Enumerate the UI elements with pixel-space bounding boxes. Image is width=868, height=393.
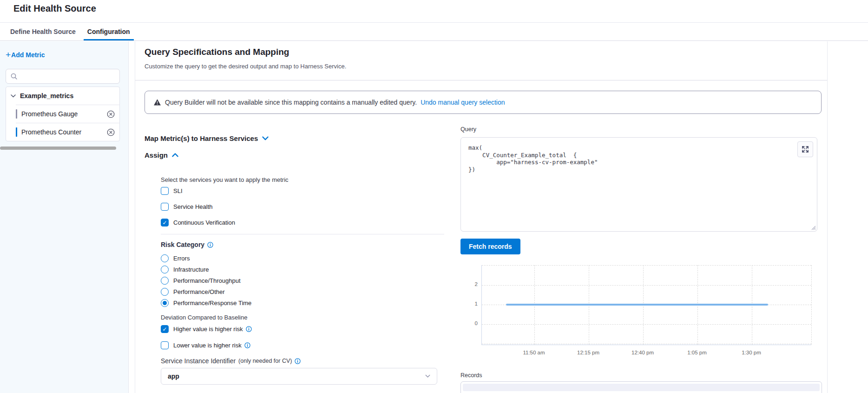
delete-metric-icon[interactable] <box>106 110 115 119</box>
metric-group-label: Example_metrics <box>20 92 73 100</box>
metric-accent-bar <box>16 127 17 137</box>
query-label: Query <box>460 126 476 133</box>
radio-performance-throughput[interactable]: Performance/Throughput <box>161 277 241 285</box>
chevron-down-icon <box>11 93 16 98</box>
checkbox-box <box>161 203 169 211</box>
info-icon[interactable] <box>244 342 250 348</box>
radio-circle <box>161 288 169 296</box>
map-metrics-label: Map Metric(s) to Harness Services <box>145 134 258 142</box>
map-metrics-section-toggle[interactable]: Map Metric(s) to Harness Services <box>145 134 269 142</box>
checkbox-box <box>161 325 169 333</box>
assign-section-toggle[interactable]: Assign <box>145 151 178 159</box>
select-value: app <box>168 373 179 380</box>
query-text: max( CV_Counter_Example_total { app="har… <box>468 144 598 173</box>
gridline <box>482 344 811 344</box>
x-axis-tick: 1:05 pm <box>687 350 707 355</box>
metric-accent-bar <box>16 109 17 119</box>
x-axis-tick: 1:30 pm <box>742 350 761 355</box>
checkbox-label: Lower value is higher risk <box>173 342 242 349</box>
metric-item-label: Prometheus Gauge <box>21 110 78 118</box>
radio-errors[interactable]: Errors <box>161 254 190 262</box>
warning-triangle-icon <box>153 99 161 106</box>
checkbox-box <box>161 219 169 226</box>
radio-circle <box>161 254 169 262</box>
resize-handle-icon[interactable] <box>810 225 816 230</box>
checkbox-continuous-verification[interactable]: Continuous Verification <box>161 219 235 226</box>
add-metric-button[interactable]: Add Metric <box>6 51 45 59</box>
risk-category-label: Risk Category <box>161 241 213 248</box>
x-axis-tick: 12:15 pm <box>577 350 599 355</box>
radio-circle <box>161 299 169 307</box>
query-textarea[interactable]: max( CV_Counter_Example_total { app="har… <box>460 137 817 232</box>
divider <box>161 234 444 234</box>
radio-circle <box>161 266 169 273</box>
chart-series-line <box>506 304 768 306</box>
checkbox-higher-value-higher-risk[interactable]: Higher value is higher risk <box>161 325 252 333</box>
section-heading: Query Specifications and Mapping <box>145 47 289 57</box>
query-results-chart <box>481 265 811 345</box>
warning-text: Query Builder will not be available sinc… <box>165 99 417 106</box>
main-panel: Query Specifications and Mapping Customi… <box>135 41 828 393</box>
info-icon[interactable] <box>295 358 301 364</box>
tab-bar: Define Health Source Configuration <box>0 22 868 41</box>
query-builder-warning-banner: Query Builder will not be available sinc… <box>145 91 822 114</box>
gridline <box>482 324 811 325</box>
radio-label: Performance/Throughput <box>173 277 241 284</box>
undo-manual-query-link[interactable]: Undo manual query selection <box>421 99 505 106</box>
metric-item-prometheus-counter[interactable]: Prometheus Counter <box>6 123 119 141</box>
assign-label: Assign <box>145 151 168 159</box>
radio-label: Performance/Response Time <box>173 300 251 306</box>
checkbox-box <box>161 341 169 349</box>
y-axis-tick: 1 <box>464 301 478 306</box>
checkbox-service-health[interactable]: Service Health <box>161 203 213 211</box>
gridline <box>482 265 811 266</box>
checkbox-sli[interactable]: SLI <box>161 187 183 195</box>
gridline <box>811 265 812 345</box>
sidebar: Add Metric Example_metrics Prometheus Ga… <box>0 41 129 393</box>
add-metric-label: Add Metric <box>11 51 45 59</box>
metric-group-example-metrics[interactable]: Example_metrics <box>6 87 119 105</box>
x-axis-tick: 11:50 am <box>523 350 545 355</box>
sidebar-horizontal-scrollbar[interactable] <box>0 147 116 150</box>
checkbox-lower-value-higher-risk[interactable]: Lower value is higher risk <box>161 341 250 349</box>
info-icon[interactable] <box>246 326 252 332</box>
records-panel <box>460 381 822 393</box>
tab-configuration[interactable]: Configuration <box>87 23 130 40</box>
fetch-records-button[interactable]: Fetch records <box>460 239 520 254</box>
tab-define-health-source[interactable]: Define Health Source <box>10 23 76 40</box>
metric-search-input[interactable] <box>6 69 120 84</box>
radio-circle <box>161 277 169 285</box>
gridline <box>482 285 811 286</box>
radio-performance-response-time[interactable]: Performance/Response Time <box>161 299 251 307</box>
y-axis-tick: 2 <box>464 281 478 287</box>
checkbox-label: SLI <box>173 187 183 194</box>
checkbox-box <box>161 187 169 195</box>
info-icon[interactable] <box>207 242 213 248</box>
radio-label: Performance/Other <box>173 288 225 295</box>
chevron-up-icon <box>172 153 178 158</box>
radio-performance-other[interactable]: Performance/Other <box>161 288 225 296</box>
service-instance-note: (only needed for CV) <box>238 358 292 364</box>
search-icon <box>10 73 18 80</box>
divider <box>135 80 827 80</box>
expand-query-button[interactable] <box>797 141 813 157</box>
deviation-label: Deviation Compared to Baseline <box>161 314 247 321</box>
service-instance-identifier-label: Service Instance Identifier (only needed… <box>161 357 301 365</box>
edit-health-source-page: Edit Health Source Define Health Source … <box>0 0 868 393</box>
checkbox-label: Service Health <box>173 203 213 210</box>
y-axis-tick: 0 <box>464 320 478 326</box>
radio-infrastructure[interactable]: Infrastructure <box>161 266 209 273</box>
plus-icon <box>6 52 11 58</box>
metric-tree: Example_metrics Prometheus Gauge Prometh… <box>6 87 120 141</box>
radio-label: Errors <box>173 255 190 262</box>
metric-item-label: Prometheus Counter <box>21 128 81 136</box>
records-label: Records <box>460 372 482 379</box>
chevron-down-icon <box>262 136 269 141</box>
expand-icon <box>802 146 809 153</box>
checkbox-label: Higher value is higher risk <box>173 326 243 333</box>
metric-item-prometheus-gauge[interactable]: Prometheus Gauge <box>6 105 119 123</box>
service-instance-select[interactable]: app <box>161 368 437 385</box>
records-header-row <box>463 384 820 391</box>
radio-label: Infrastructure <box>173 266 209 273</box>
delete-metric-icon[interactable] <box>106 128 115 137</box>
